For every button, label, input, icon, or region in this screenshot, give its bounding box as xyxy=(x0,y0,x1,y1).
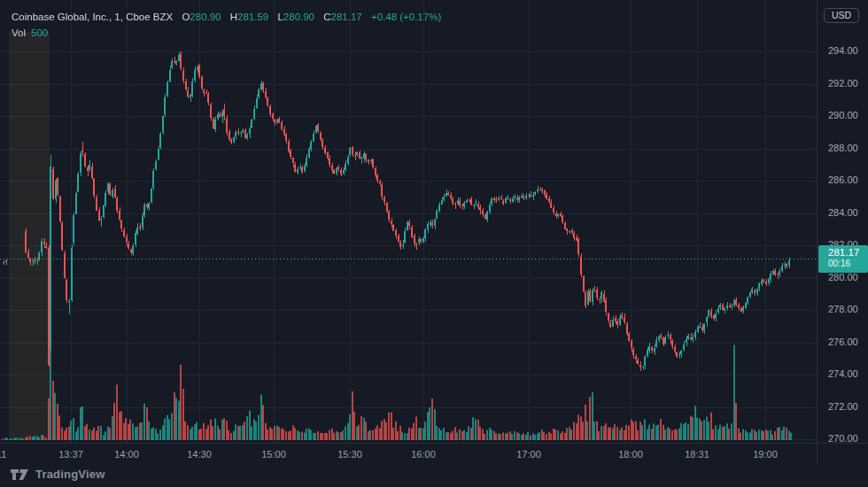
currency-toggle-button[interactable]: USD xyxy=(824,8,859,23)
close-label: C xyxy=(323,12,330,22)
time-axis[interactable]: 1113:3714:0014:3015:0015:3016:0017:0018:… xyxy=(0,443,868,465)
price-tick-label: 274.00 xyxy=(828,368,858,379)
price-tick-label: 284.00 xyxy=(828,207,858,218)
tradingview-logo[interactable]: TradingView xyxy=(10,468,105,481)
price-tick-label: 286.00 xyxy=(828,174,858,185)
tradingview-logo-icon xyxy=(10,468,30,481)
last-price-badge: 281.17 00:16 xyxy=(818,245,868,273)
time-tick-label: 14:30 xyxy=(187,449,212,460)
volume-value: 500 xyxy=(31,27,48,38)
symbol-title: Coinbase Global, Inc., 1, Cboe BZX xyxy=(12,12,173,22)
time-tick-label: 11 xyxy=(0,449,6,460)
price-tick-label: 272.00 xyxy=(828,401,858,412)
time-tick-label: 15:00 xyxy=(261,449,286,460)
price-tick-label: 294.00 xyxy=(828,45,858,56)
legend-row-symbol[interactable]: Coinbase Global, Inc., 1, Cboe BZX O280.… xyxy=(12,11,441,24)
price-tick-label: 280.00 xyxy=(828,272,858,282)
volume-label: Vol xyxy=(12,27,26,38)
tradingview-logo-text: TradingView xyxy=(35,468,105,481)
low-value: 280.90 xyxy=(283,12,314,22)
bar-countdown: 00:16 xyxy=(818,258,868,268)
price-tick-label: 276.00 xyxy=(828,336,858,347)
chart-legend: Coinbase Global, Inc., 1, Cboe BZX O280.… xyxy=(12,11,441,40)
time-tick-label: 16:00 xyxy=(411,449,436,460)
time-tick-label: 14:00 xyxy=(114,449,139,460)
price-tick-label: 290.00 xyxy=(828,110,858,120)
time-tick-label: 19:00 xyxy=(753,449,778,460)
close-value: 281.17 xyxy=(331,12,362,22)
last-price-value: 281.17 xyxy=(818,245,868,258)
price-tick-label: 292.00 xyxy=(828,78,858,89)
price-axis[interactable]: USD 294.00292.00290.00288.00286.00284.00… xyxy=(817,0,868,464)
trading-chart-widget: Coinbase Global, Inc., 1, Cboe BZX O280.… xyxy=(0,0,868,487)
legend-row-volume[interactable]: Vol500 xyxy=(12,27,441,40)
time-tick-label: 18:31 xyxy=(685,449,709,460)
high-label: H xyxy=(230,12,237,22)
time-tick-label: 15:30 xyxy=(337,449,362,460)
time-tick-label: 18:00 xyxy=(618,449,643,460)
time-tick-label: 17:00 xyxy=(516,449,541,460)
price-tick-label: 288.00 xyxy=(828,143,858,153)
high-value: 281.59 xyxy=(237,12,268,22)
open-label: O xyxy=(182,12,190,22)
open-value: 280.90 xyxy=(190,12,221,22)
change-value: +0.48 (+0.17%) xyxy=(371,12,441,22)
time-tick-label: 13:37 xyxy=(58,449,83,460)
price-chart-canvas[interactable] xyxy=(0,0,817,443)
price-tick-label: 278.00 xyxy=(828,304,858,314)
